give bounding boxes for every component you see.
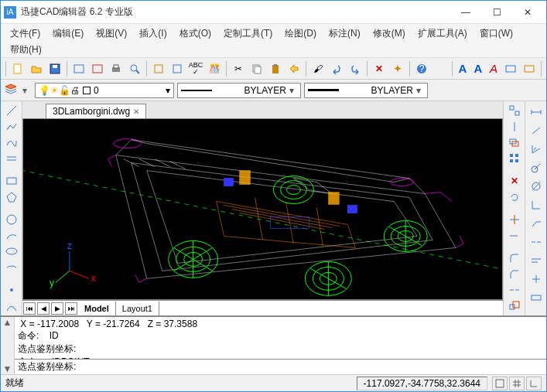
extend-icon[interactable] [506, 230, 523, 243]
last-tab-icon[interactable]: ⏭ [65, 302, 77, 315]
point-tool-icon[interactable] [3, 284, 20, 297]
fillet-icon[interactable] [506, 252, 523, 265]
ortho-toggle-icon[interactable] [526, 377, 542, 390]
dropdown-arrow-icon[interactable]: ▾ [21, 85, 29, 96]
linetype-bylayer-selector[interactable]: BYLAYER ▾ [304, 83, 428, 98]
text-style-a2[interactable]: A [471, 60, 485, 77]
dim-leader-icon[interactable] [528, 216, 545, 231]
document-tab[interactable]: 3DLamborgini.dwg ✕ [46, 104, 146, 118]
copy-icon[interactable] [248, 60, 265, 77]
menu-insert[interactable]: 插入(I) [133, 26, 173, 42]
first-tab-icon[interactable]: ⏮ [23, 302, 36, 315]
text-style-a1[interactable]: A [456, 60, 470, 77]
circle-tool-icon[interactable] [3, 213, 20, 227]
layout1-tab[interactable]: Layout1 [116, 302, 159, 315]
layer-stack-icon[interactable] [4, 83, 18, 97]
menu-view[interactable]: 视图(V) [90, 26, 133, 42]
menu-help[interactable]: 帮助(H) [4, 42, 48, 58]
dim-baseline-icon[interactable] [528, 253, 545, 268]
menu-extend[interactable]: 扩展工具(A) [412, 26, 473, 42]
dim-continue-icon[interactable] [528, 234, 545, 250]
close-button[interactable]: ✕ [512, 2, 543, 23]
open-file-icon[interactable] [28, 60, 45, 77]
close-tab-icon[interactable]: ✕ [133, 107, 139, 116]
svg-line-54 [70, 271, 89, 278]
command-scrollbar[interactable]: ▲▼ [1, 317, 15, 374]
match-icon[interactable] [285, 60, 303, 77]
command-input[interactable]: 选点鉴别坐标: [15, 359, 546, 374]
delete-gold-icon[interactable]: ✦ [389, 60, 406, 77]
offset-icon[interactable] [506, 136, 523, 149]
tool-icon-1[interactable] [70, 60, 87, 77]
drawing-viewport[interactable]: x y z [22, 118, 503, 300]
menu-custom[interactable]: 定制工具(T) [217, 26, 279, 42]
rotate-icon[interactable] [506, 191, 523, 204]
text-style-a3[interactable]: A [487, 60, 501, 77]
mirror-icon[interactable] [506, 121, 523, 134]
break-icon[interactable] [506, 284, 523, 297]
menu-draw[interactable]: 绘图(D) [279, 26, 323, 42]
ellipse-arc-tool-icon[interactable] [3, 261, 20, 274]
trim-icon[interactable] [506, 213, 523, 227]
tool-icon-4[interactable] [169, 60, 186, 77]
model-tab[interactable]: Model [78, 302, 116, 315]
svg-point-24 [7, 215, 16, 224]
tool-icon-2[interactable] [89, 60, 106, 77]
menu-edit[interactable]: 编辑(E) [46, 26, 90, 42]
print-icon[interactable] [108, 60, 125, 77]
spellcheck-icon[interactable]: ABC✓ [187, 60, 204, 77]
dim-center-icon[interactable] [528, 271, 545, 287]
align-icon[interactable] [506, 104, 523, 118]
layer-selector[interactable]: 💡 ☀ 🔓 🖨 0 ▾ [35, 83, 174, 98]
erase-red-icon[interactable]: ✕ [506, 175, 523, 188]
maximize-button[interactable]: ☐ [481, 2, 512, 23]
dim-diameter-icon[interactable] [528, 179, 545, 194]
curve-tool-icon[interactable] [3, 300, 20, 313]
polyline-tool-icon[interactable] [3, 121, 20, 134]
spline-tool-icon[interactable] [3, 136, 20, 149]
svg-rect-4 [93, 65, 102, 73]
scale-icon[interactable] [506, 300, 523, 313]
chamfer-icon[interactable] [506, 268, 523, 281]
menu-window[interactable]: 窗口(W) [473, 26, 519, 42]
cut-icon[interactable]: ✂ [230, 60, 247, 77]
dim-angular-icon[interactable] [528, 141, 545, 157]
dim-linear-icon[interactable] [528, 104, 545, 120]
menu-format[interactable]: 格式(O) [173, 26, 217, 42]
polygon-tool-icon[interactable] [3, 191, 20, 204]
color-bylayer-selector[interactable]: BYLAYER ▾ [177, 83, 301, 98]
delete-red-icon[interactable]: ✕ [371, 60, 388, 77]
celebrate-icon[interactable]: 🎊 [206, 60, 223, 77]
menu-modify[interactable]: 修改(M) [367, 26, 412, 42]
text-tool-icon-2[interactable] [521, 60, 538, 77]
ellipse-tool-icon[interactable] [3, 245, 20, 258]
command-history[interactable]: X = -117.2008 Y = -21.7264 Z = 37.3588 命… [15, 317, 546, 359]
multiline-tool-icon[interactable] [3, 152, 20, 165]
prev-tab-icon[interactable]: ◀ [37, 302, 50, 315]
tool-icon-3[interactable] [150, 60, 167, 77]
paste-icon[interactable] [267, 60, 284, 77]
text-tool-icon[interactable] [502, 60, 519, 77]
line-tool-icon[interactable] [3, 104, 20, 118]
brush-icon[interactable]: 🖌 [309, 60, 326, 77]
minimize-button[interactable]: — [450, 2, 481, 23]
array-icon[interactable] [506, 152, 523, 165]
dim-ordinate-icon[interactable] [528, 197, 545, 213]
save-icon[interactable] [46, 60, 63, 77]
dim-tolerance-icon[interactable] [528, 290, 545, 305]
help-icon[interactable]: ? [413, 60, 430, 77]
dim-aligned-icon[interactable] [528, 123, 545, 138]
menu-file[interactable]: 文件(F) [4, 26, 46, 42]
redo-icon[interactable] [347, 60, 364, 77]
menu-annot[interactable]: 标注(N) [323, 26, 367, 42]
grid-toggle-icon[interactable] [509, 377, 525, 390]
snap-toggle-icon[interactable] [492, 377, 508, 390]
command-panel: ▲▼ X = -117.2008 Y = -21.7264 Z = 37.358… [1, 315, 546, 374]
undo-icon[interactable] [328, 60, 345, 77]
next-tab-icon[interactable]: ▶ [51, 302, 63, 315]
new-file-icon[interactable] [9, 60, 26, 77]
arc-tool-icon[interactable] [3, 230, 20, 243]
dim-radius-icon[interactable] [528, 160, 545, 176]
preview-icon[interactable] [126, 60, 143, 77]
rectangle-tool-icon[interactable] [3, 175, 20, 188]
